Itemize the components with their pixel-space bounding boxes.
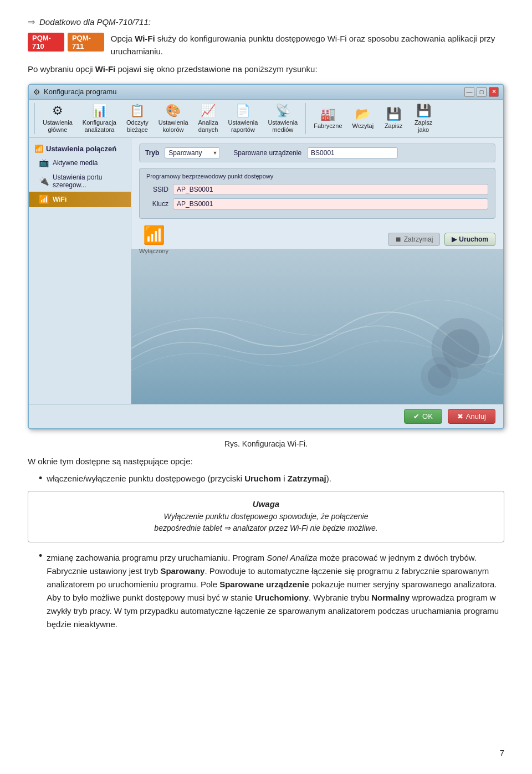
ok-button[interactable]: ✔ OK: [404, 409, 442, 424]
tb-zapisz-jako[interactable]: 💾 Zapiszjako: [409, 102, 438, 136]
body-intro-text: W oknie tym dostępne są następujące opcj…: [28, 457, 193, 466]
stop-icon: ⏹: [395, 235, 402, 243]
anuluj-button[interactable]: ✖ Anuluj: [448, 409, 495, 424]
tb-zapisz[interactable]: 💾 Zapisz: [379, 102, 408, 136]
toolbar-separator: [34, 103, 35, 135]
caption-text: Rys. Konfiguracja Wi-Fi.: [224, 439, 308, 448]
minimize-button[interactable]: —: [464, 87, 474, 97]
aktywne-icon: 📺: [39, 158, 49, 168]
sidebar-label-aktywne: Aktywne media: [53, 159, 98, 167]
tb-media[interactable]: 📡 Ustawieniamediów: [263, 102, 302, 136]
tryb-select[interactable]: Sparowany Normalny: [165, 147, 220, 158]
bullet-item-1: • włączenie/wyłączenie punktu dostępoweg…: [39, 474, 504, 484]
cancel-icon: ✖: [457, 412, 463, 421]
tb-konfiguracja-analizatora[interactable]: 📊 Konfiguracjaanalizatora: [78, 102, 121, 136]
analysis-icon: 📈: [201, 104, 216, 118]
port-icon: 🔌: [39, 176, 49, 186]
warning-body: Wyłączenie punktu dostępowego spowoduje,…: [42, 511, 490, 534]
maximize-button[interactable]: □: [477, 87, 487, 97]
intro-text-line2: Po wybraniu opcji Wi-Fi pojawi się okno …: [28, 63, 504, 76]
wifi-status-row: 📶 Wyłączony ⏹ Zatrzymaj ▶ Uruchom: [139, 224, 495, 254]
sidebar-item-wifi[interactable]: 📶 WiFi: [29, 192, 131, 207]
window-icon: ⚙: [33, 88, 40, 96]
sidebar-item-aktywne-media[interactable]: 📺 Aktywne media: [29, 155, 131, 171]
uruchom-label: Uruchom: [459, 235, 488, 243]
close-button[interactable]: ✕: [489, 87, 499, 97]
tb-label-ustawienia-glowne: Ustawieniagłówne: [43, 119, 73, 134]
config-icon: 📊: [92, 104, 107, 118]
sidebar-icon: 📶: [34, 145, 43, 153]
sparowane-input[interactable]: [307, 147, 398, 158]
action-buttons: ⏹ Zatrzymaj ▶ Uruchom: [388, 233, 495, 246]
save-as-icon: 💾: [416, 104, 431, 118]
tryb-select-wrap[interactable]: Sparowany Normalny: [165, 147, 220, 158]
svg-point-3: [421, 357, 458, 396]
klucz-row: Klucz: [146, 198, 488, 209]
ssid-input[interactable]: [173, 184, 488, 195]
window-titlebar: ⚙ Konfiguracja programu — □ ✕: [29, 85, 503, 100]
tb-label-raporty: Ustawieniaraportów: [228, 119, 258, 134]
tb-label-odczyty: Odczytybieżące: [126, 119, 149, 134]
readings-icon: 📋: [130, 104, 145, 118]
page-number: 7: [500, 748, 504, 757]
klucz-label: Klucz: [146, 200, 168, 208]
window-title: Konfiguracja programu: [44, 88, 117, 96]
warning-box: Uwaga Wyłączenie punktu dostępowego spow…: [28, 491, 504, 542]
colors-icon: 🎨: [166, 104, 181, 118]
bullet-text-1: włączenie/wyłączenie punktu dostępowego …: [47, 474, 331, 483]
tb-label-zapisz-jako: Zapiszjako: [415, 119, 432, 134]
bullet-list-2: • zmianę zachowania programu przy urucha…: [39, 551, 504, 631]
tb-label-zapisz: Zapisz: [385, 122, 402, 130]
window-screenshot: ⚙ Konfiguracja programu — □ ✕ ⚙ Ustawien…: [28, 84, 504, 430]
body-intro: W oknie tym dostępne są następujące opcj…: [28, 455, 504, 468]
window-controls[interactable]: — □ ✕: [464, 87, 499, 97]
toolbar: ⚙ Ustawieniagłówne 📊 Konfiguracjaanaliza…: [29, 100, 503, 139]
play-icon: ▶: [452, 235, 457, 243]
bullet-list: • włączenie/wyłączenie punktu dostępoweg…: [39, 474, 504, 484]
sidebar: 📶 Ustawienia połączeń 📺 Aktywne media 🔌 …: [29, 138, 131, 404]
sidebar-item-port[interactable]: 🔌 Ustawienia portu szeregow...: [29, 171, 131, 192]
svg-rect-0: [131, 249, 503, 404]
tb-label-media: Ustawieniamediów: [268, 119, 298, 134]
sidebar-title-text: Ustawienia połączeń: [46, 145, 116, 153]
panel-content: Tryb Sparowany Normalny Sparowane urządz…: [139, 143, 495, 254]
open-icon: 📂: [355, 107, 370, 121]
tb-label-konfiguracja: Konfiguracjaanalizatora: [83, 119, 116, 134]
ok-icon: ✔: [413, 412, 420, 421]
tb-fabryczne[interactable]: 🏭 Fabryczne: [309, 102, 346, 136]
toolbar-separator-2: [305, 103, 306, 135]
window-body: 📶 Ustawienia połączeń 📺 Aktywne media 🔌 …: [29, 138, 503, 404]
wifi-icon-area: 📶 Wyłączony: [139, 224, 168, 254]
svg-point-1: [432, 318, 490, 379]
sidebar-title: 📶 Ustawienia połączeń: [29, 141, 131, 155]
sidebar-label-wifi: WiFi: [53, 196, 66, 203]
bullet-dot-2: •: [39, 550, 42, 562]
figure-caption: Rys. Konfiguracja Wi-Fi.: [28, 439, 504, 448]
zatrzymaj-label: Zatrzymaj: [404, 235, 433, 243]
wifi-arcs-icon: 📶: [143, 224, 165, 245]
tb-odczyty[interactable]: 📋 Odczytybieżące: [122, 102, 153, 136]
bullet-dot-1: •: [39, 473, 42, 484]
tb-raporty[interactable]: 📄 Ustawieniaraportów: [224, 102, 263, 136]
chapter-header: ⇒ Dodatkowo dla PQM-710/711:: [28, 17, 504, 27]
reports-icon: 📄: [236, 104, 250, 118]
klucz-input[interactable]: [173, 198, 488, 209]
ok-label: OK: [422, 412, 433, 421]
zatrzymaj-button[interactable]: ⏹ Zatrzymaj: [388, 233, 441, 246]
svg-point-2: [442, 329, 479, 368]
svg-point-4: [428, 364, 451, 388]
factory-icon: 🏭: [320, 107, 335, 121]
right-panel: Tryb Sparowany Normalny Sparowane urządz…: [131, 138, 503, 404]
save-icon: 💾: [386, 107, 401, 121]
badge-pqm710: PQM-710: [28, 33, 64, 52]
settings-icon: ⚙: [52, 104, 63, 118]
tb-kolory[interactable]: 🎨 Ustawieniakolorów: [154, 102, 193, 136]
intro-block: PQM-710 PQM-711 Opcja Wi-Fi służy do kon…: [28, 33, 504, 58]
tryb-section: Tryb Sparowany Normalny Sparowane urządz…: [139, 143, 495, 162]
tb-analiza[interactable]: 📈 Analizadanych: [194, 102, 223, 136]
tb-wczytaj[interactable]: 📂 Wczytaj: [348, 102, 378, 136]
uruchom-button[interactable]: ▶ Uruchom: [444, 233, 495, 246]
sidebar-label-port: Ustawienia portu szeregow...: [53, 173, 125, 189]
tb-ustawienia-glowne[interactable]: ⚙ Ustawieniagłówne: [38, 102, 77, 136]
tb-label-fabryczne: Fabryczne: [314, 122, 342, 130]
